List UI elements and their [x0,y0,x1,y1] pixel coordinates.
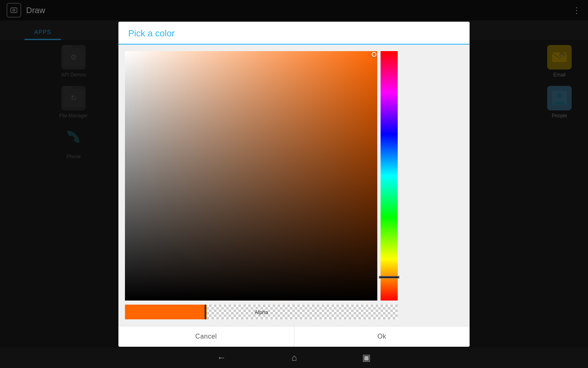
dialog-title: Pick a color [128,28,460,44]
color-square-inner[interactable] [125,51,377,301]
color-picker-area [125,51,463,301]
dialog-actions: Cancel Ok [118,326,470,347]
color-gradient-base [125,51,377,301]
color-gradient-overlay [125,51,377,301]
ok-button[interactable]: Ok [294,326,470,347]
saturation-cursor [372,52,376,57]
alpha-slider-track[interactable]: Alpha [125,305,398,319]
alpha-transparent-fill [207,305,398,319]
home-button[interactable]: ⌂ [292,352,297,363]
alpha-slider-row: Alpha [125,305,463,319]
alpha-handle [205,305,206,319]
cancel-button[interactable]: Cancel [118,326,294,347]
hue-slider-container[interactable] [381,51,398,301]
recents-button[interactable]: ▣ [362,352,371,363]
bottom-nav: ← ⌂ ▣ [0,348,588,368]
color-picker-dialog: Pick a color [118,22,470,347]
dialog-overlay: Pick a color [0,0,588,368]
alpha-solid-fill [125,305,207,319]
dialog-title-bar: Pick a color [118,22,470,45]
dialog-body: Alpha [118,45,470,326]
hue-cursor [379,276,399,278]
back-button[interactable]: ← [217,352,226,363]
color-saturation-square[interactable] [125,51,377,301]
hue-slider[interactable] [381,51,398,301]
